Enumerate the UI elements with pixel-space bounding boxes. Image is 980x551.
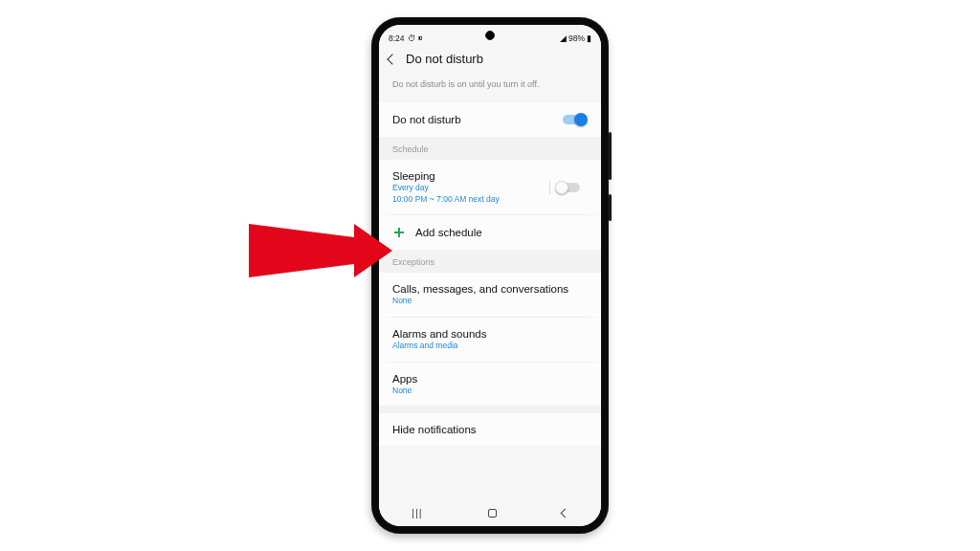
dnd-toggle-row[interactable]: Do not disturb: [379, 102, 601, 137]
sleeping-time: 10:00 PM ~ 7:00 AM next day: [392, 194, 500, 205]
nav-recent-icon[interactable]: |||: [412, 507, 423, 518]
sleeping-title: Sleeping: [392, 170, 500, 182]
section-gap: [379, 406, 601, 413]
dnd-toggle[interactable]: [561, 113, 588, 126]
sleeping-toggle[interactable]: [555, 181, 588, 194]
status-time: 8:24: [389, 33, 405, 43]
phone-frame: 8:24 ⏱ ◧ ◢ 98% ▮ Do not disturb Do not d…: [371, 17, 609, 534]
alarms-row[interactable]: Alarms and sounds Alarms and media: [379, 318, 601, 362]
section-exceptions: Exceptions: [379, 250, 601, 273]
power-button: [609, 194, 612, 221]
section-exceptions-label: Exceptions: [392, 257, 434, 267]
apps-row[interactable]: Apps None: [379, 363, 601, 407]
front-camera: [485, 31, 495, 40]
add-schedule-row[interactable]: Add schedule: [379, 215, 601, 250]
apps-sub: None: [392, 386, 417, 396]
plus-icon: [394, 228, 404, 237]
volume-button: [609, 132, 612, 180]
calls-sub: None: [392, 296, 568, 306]
status-battery-text: 98%: [568, 33, 585, 43]
nav-bar: |||: [379, 499, 601, 526]
hide-notifications-label: Hide notifications: [392, 424, 477, 435]
battery-icon: ▮: [587, 33, 591, 43]
calls-row[interactable]: Calls, messages, and conversations None: [379, 273, 601, 317]
dnd-label: Do not disturb: [392, 114, 461, 125]
back-icon[interactable]: [387, 54, 397, 64]
alarms-sub: Alarms and media: [392, 341, 486, 351]
sleeping-days: Every day: [392, 183, 500, 193]
status-signal-icon: ◢: [560, 33, 567, 43]
status-left-icons: ⏱ ◧: [408, 33, 422, 43]
header: Do not disturb: [379, 44, 601, 72]
section-schedule: Schedule: [379, 137, 601, 160]
add-schedule-label: Add schedule: [415, 227, 482, 238]
section-schedule-label: Schedule: [392, 144, 429, 154]
screen: 8:24 ⏱ ◧ ◢ 98% ▮ Do not disturb Do not d…: [379, 25, 601, 526]
page-title: Do not disturb: [406, 52, 483, 66]
nav-home-icon[interactable]: [488, 509, 497, 518]
nav-back-icon[interactable]: [560, 508, 569, 518]
dnd-status-text: Do not disturb is on until you turn it o…: [379, 72, 601, 102]
apps-title: Apps: [392, 373, 417, 385]
hide-notifications-row[interactable]: Hide notifications: [379, 413, 601, 446]
alarms-title: Alarms and sounds: [392, 328, 486, 340]
calls-title: Calls, messages, and conversations: [392, 283, 568, 295]
schedule-sleeping-row[interactable]: Sleeping Every day 10:00 PM ~ 7:00 AM ne…: [379, 160, 601, 214]
